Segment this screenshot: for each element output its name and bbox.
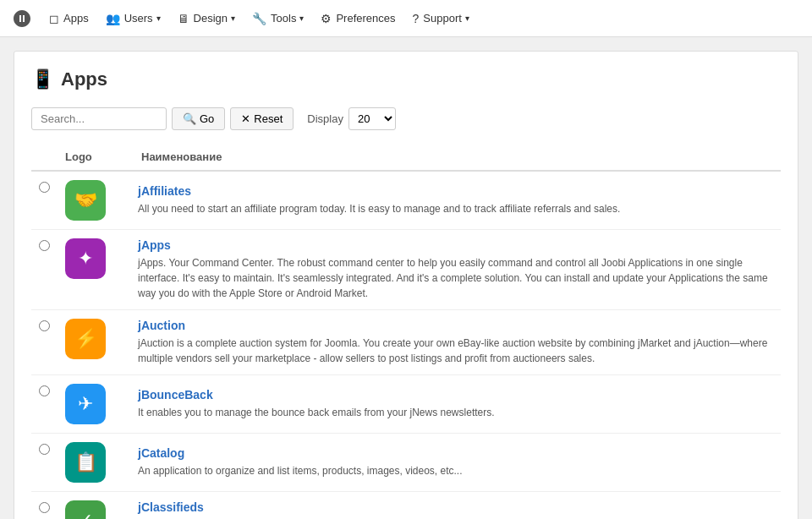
- row-radio-cell: [31, 171, 57, 230]
- search-bar: 🔍 Go ✕ Reset Display 5 10 15 20 25 30 50…: [31, 107, 781, 130]
- row-info-cell: jAffiliates All you need to start an aff…: [133, 171, 781, 230]
- row-info-cell: jClassifieds Create your own classified …: [133, 492, 781, 520]
- app-icon: ✈: [65, 384, 106, 424]
- go-button[interactable]: 🔍 Go: [172, 107, 225, 130]
- tools-caret-icon: ▾: [299, 14, 304, 23]
- app-desc: An application to organize and list item…: [138, 463, 772, 478]
- top-navigation: ◻ Apps 👥 Users ▾ 🖥 Design ▾ 🔧 Tools ▾ ⚙ …: [0, 0, 812, 37]
- row-info-cell: jApps jApps. Your Command Center. The ro…: [133, 230, 781, 310]
- users-nav-icon: 👥: [106, 12, 120, 25]
- app-radio[interactable]: [39, 385, 50, 396]
- nav-item-tools[interactable]: 🔧 Tools ▾: [244, 0, 312, 37]
- reset-label: Reset: [254, 112, 283, 125]
- th-checkbox: [31, 144, 57, 171]
- users-caret-icon: ▾: [156, 14, 161, 23]
- row-info-cell: jAuction jAuction is a complete auction …: [133, 310, 781, 375]
- row-radio-cell: [31, 492, 57, 520]
- row-logo-cell: 📋: [57, 434, 133, 492]
- apps-nav-icon: ◻: [49, 12, 59, 25]
- app-desc: jAuction is a complete auction system fo…: [138, 336, 772, 366]
- app-icon: ✦: [65, 238, 106, 279]
- app-radio[interactable]: [39, 502, 50, 513]
- app-icon: 🤝: [65, 180, 106, 221]
- nav-item-preferences[interactable]: ⚙ Preferences: [312, 0, 403, 37]
- page-title-row: 📱 Apps: [31, 68, 781, 90]
- page-title-icon: 📱: [31, 68, 54, 90]
- go-label: Go: [200, 112, 214, 125]
- app-name[interactable]: jAffiliates: [138, 184, 772, 198]
- app-icon: ✓: [65, 500, 106, 519]
- page-title: Apps: [61, 68, 107, 90]
- reset-icon: ✕: [241, 112, 250, 125]
- th-name: Наименование: [133, 144, 781, 171]
- nav-logo[interactable]: [7, 3, 37, 34]
- app-desc: All you need to start an affiliate progr…: [138, 201, 772, 216]
- app-name[interactable]: jBounceBack: [138, 388, 772, 402]
- row-info-cell: jBounceBack It enables you to manage the…: [133, 375, 781, 434]
- app-icon: 📋: [65, 442, 106, 483]
- display-label: Display: [307, 112, 343, 125]
- design-caret-icon: ▾: [231, 14, 235, 23]
- nav-tools-label: Tools: [271, 12, 296, 25]
- app-desc: jApps. Your Command Center. The robust c…: [138, 255, 772, 301]
- row-radio-cell: [31, 434, 57, 492]
- table-row: 🤝 jAffiliates All you need to start an a…: [31, 171, 781, 230]
- nav-item-users[interactable]: 👥 Users ▾: [97, 0, 169, 37]
- app-radio[interactable]: [39, 240, 50, 251]
- nav-preferences-label: Preferences: [336, 12, 395, 25]
- support-nav-icon: ?: [413, 12, 420, 25]
- table-row: ✓ jClassifieds Create your own classifie…: [31, 492, 781, 520]
- row-logo-cell: ⚡: [57, 310, 133, 375]
- app-name[interactable]: jClassifieds: [138, 500, 772, 514]
- app-radio[interactable]: [39, 444, 50, 455]
- row-logo-cell: ✓: [57, 492, 133, 520]
- app-desc: It enables you to manage the bounce back…: [138, 405, 772, 420]
- app-radio[interactable]: [39, 182, 50, 193]
- app-name[interactable]: jApps: [138, 238, 772, 252]
- app-name[interactable]: jCatalog: [138, 446, 772, 460]
- nav-support-label: Support: [423, 12, 462, 25]
- nav-item-support[interactable]: ? Support ▾: [404, 0, 478, 37]
- table-header-row: Logo Наименование: [31, 144, 781, 171]
- preferences-nav-icon: ⚙: [321, 12, 332, 25]
- search-icon: 🔍: [183, 112, 196, 125]
- nav-design-label: Design: [194, 12, 228, 25]
- app-name[interactable]: jAuction: [138, 319, 772, 332]
- tools-nav-icon: 🔧: [252, 12, 266, 25]
- design-nav-icon: 🖥: [178, 12, 189, 25]
- th-logo: Logo: [57, 144, 133, 171]
- app-radio[interactable]: [39, 320, 50, 331]
- nav-item-apps[interactable]: ◻ Apps: [41, 0, 97, 37]
- row-radio-cell: [31, 310, 57, 375]
- table-row: 📋 jCatalog An application to organize an…: [31, 434, 781, 492]
- reset-button[interactable]: ✕ Reset: [230, 107, 294, 130]
- nav-apps-label: Apps: [63, 12, 89, 25]
- main-content: 📱 Apps 🔍 Go ✕ Reset Display 5 10 15 20 2…: [14, 51, 798, 519]
- display-select[interactable]: 5 10 15 20 25 30 50 100: [348, 107, 396, 130]
- search-input[interactable]: [31, 107, 167, 130]
- table-row: ✈ jBounceBack It enables you to manage t…: [31, 375, 781, 434]
- row-logo-cell: ✈: [57, 375, 133, 434]
- row-radio-cell: [31, 230, 57, 310]
- support-caret-icon: ▾: [465, 14, 469, 23]
- table-row: ✦ jApps jApps. Your Command Center. The …: [31, 230, 781, 310]
- row-logo-cell: ✦: [57, 230, 133, 310]
- row-radio-cell: [31, 375, 57, 434]
- nav-users-label: Users: [124, 12, 153, 25]
- row-logo-cell: 🤝: [57, 171, 133, 230]
- apps-table: Logo Наименование 🤝 jAffiliates All you …: [31, 144, 781, 519]
- row-info-cell: jCatalog An application to organize and …: [133, 434, 781, 492]
- table-row: ⚡ jAuction jAuction is a complete auctio…: [31, 310, 781, 375]
- nav-item-design[interactable]: 🖥 Design ▾: [169, 0, 244, 37]
- app-icon: ⚡: [65, 319, 106, 359]
